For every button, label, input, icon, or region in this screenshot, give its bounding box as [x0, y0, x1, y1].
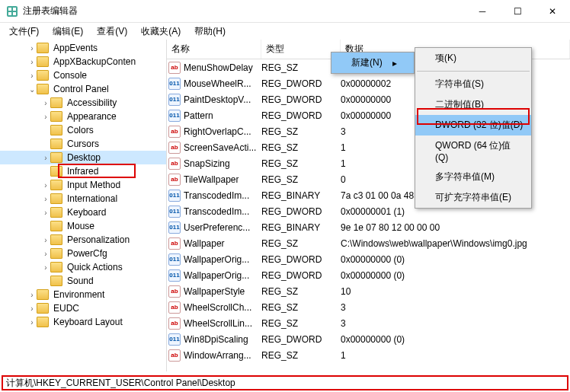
- value-type: REG_SZ: [261, 302, 341, 313]
- expand-icon[interactable]: ›: [41, 154, 50, 162]
- value-row[interactable]: 011UserPreferenc...REG_BINARY9e 1e 07 80…: [167, 219, 570, 235]
- expand-icon[interactable]: ›: [41, 195, 50, 203]
- value-row[interactable]: abWindowArrang...REG_SZ1: [167, 347, 570, 363]
- expand-icon[interactable]: ⌄: [27, 85, 37, 94]
- value-type: REG_SZ: [261, 318, 341, 329]
- menu-item[interactable]: 可扩充字符串值(E): [415, 187, 531, 208]
- tree-node[interactable]: ›Appearance: [0, 110, 166, 123]
- maximize-button[interactable]: ☐: [500, 0, 535, 23]
- folder-icon: [50, 207, 62, 218]
- tree-node[interactable]: ›Quick Actions: [0, 260, 166, 274]
- value-type-icon: 011: [168, 206, 181, 218]
- expand-icon[interactable]: ›: [27, 291, 37, 299]
- folder-icon: [37, 303, 49, 314]
- tree-node[interactable]: ›EUDC: [0, 301, 166, 315]
- menu-item[interactable]: DWORD (32 位)值(D): [415, 115, 531, 135]
- value-type-icon: 011: [168, 269, 181, 282]
- menu-item[interactable]: 项(K): [415, 48, 531, 69]
- value-row[interactable]: 011Win8DpiScalingREG_DWORD0x00000000 (0): [167, 331, 570, 347]
- value-row[interactable]: 011WallpaperOrig...REG_DWORD0x00000000 (…: [167, 267, 570, 283]
- value-row[interactable]: abWheelScrollCh...REG_SZ3: [167, 299, 570, 315]
- value-type: REG_SZ: [261, 126, 341, 137]
- expand-icon[interactable]: ›: [41, 99, 50, 107]
- tree-node[interactable]: ›Desktop: [0, 151, 166, 164]
- tree-node[interactable]: ›International: [0, 192, 166, 206]
- tree-node[interactable]: ›AppEvents: [0, 41, 166, 55]
- value-type: REG_DWORD: [261, 78, 341, 89]
- folder-icon: [37, 289, 49, 300]
- expand-icon[interactable]: ›: [41, 181, 50, 190]
- tree-node[interactable]: ›Input Method: [0, 178, 166, 192]
- value-name: PaintDesktopV...: [184, 94, 251, 105]
- tree-node[interactable]: Infrared: [0, 164, 166, 178]
- tree-node[interactable]: Sound: [0, 274, 166, 288]
- value-type: REG_SZ: [261, 350, 341, 361]
- window-title: 注册表编辑器: [23, 5, 465, 18]
- tree-node[interactable]: ›PowerCfg: [0, 247, 166, 260]
- tree-node[interactable]: Cursors: [0, 137, 166, 151]
- value-row[interactable]: abWallpaperStyleREG_SZ10: [167, 283, 570, 299]
- menu-item-new[interactable]: 新建(N) ▸: [331, 53, 414, 73]
- tree-node[interactable]: ›Keyboard Layout: [0, 315, 166, 329]
- tree-node[interactable]: ›AppXBackupConten: [0, 55, 166, 69]
- status-bar: 计算机\HKEY_CURRENT_USER\Control Panel\Desk…: [2, 375, 568, 390]
- expand-icon[interactable]: ›: [27, 318, 37, 327]
- tree-label: Sound: [66, 276, 95, 286]
- expand-icon[interactable]: ›: [27, 72, 37, 80]
- registry-tree[interactable]: ›AppEvents›AppXBackupConten›Console⌄Cont…: [0, 40, 167, 371]
- menu-item[interactable]: QWORD (64 位)值(Q): [415, 135, 531, 167]
- tree-label: Cursors: [66, 139, 101, 149]
- value-type: REG_DWORD: [261, 206, 341, 217]
- menu-help[interactable]: 帮助(H): [188, 24, 232, 40]
- value-name: TileWallpaper: [184, 174, 239, 185]
- value-row[interactable]: 011WallpaperOrig...REG_DWORD0x00000000 (…: [167, 251, 570, 267]
- menu-edit[interactable]: 编辑(E): [46, 24, 89, 40]
- tree-node[interactable]: Mouse: [0, 219, 166, 233]
- folder-icon: [50, 221, 62, 231]
- menu-item[interactable]: 多字符串值(M): [415, 167, 531, 187]
- expand-icon[interactable]: ›: [41, 250, 50, 258]
- value-row[interactable]: abWheelScrollLin...REG_SZ3: [167, 315, 570, 331]
- folder-icon: [50, 125, 62, 135]
- app-icon: [6, 5, 18, 18]
- expand-icon[interactable]: ›: [41, 113, 50, 121]
- value-type: REG_SZ: [261, 286, 341, 297]
- expand-icon[interactable]: ›: [41, 263, 50, 272]
- tree-node[interactable]: ›Console: [0, 69, 166, 82]
- value-name: TranscodedIm...: [184, 190, 249, 201]
- folder-icon: [37, 56, 49, 67]
- folder-icon: [50, 111, 62, 122]
- menu-file[interactable]: 文件(F): [3, 24, 45, 40]
- tree-node[interactable]: ⌄Control Panel: [0, 82, 166, 96]
- tree-label: Infrared: [66, 166, 100, 177]
- tree-label: EUDC: [52, 303, 81, 314]
- expand-icon[interactable]: ›: [27, 58, 37, 66]
- menu-item[interactable]: 字符串值(S): [415, 74, 531, 94]
- value-row[interactable]: abWallpaperREG_SZC:\Windows\web\wallpape…: [167, 235, 570, 251]
- col-type[interactable]: 类型: [261, 40, 341, 59]
- folder-icon: [37, 84, 49, 94]
- close-button[interactable]: ✕: [535, 0, 570, 23]
- expand-icon[interactable]: ›: [41, 209, 50, 217]
- expand-icon[interactable]: ›: [27, 304, 37, 313]
- value-type: REG_DWORD: [261, 270, 341, 281]
- col-name[interactable]: 名称: [167, 40, 261, 59]
- value-type: REG_DWORD: [261, 94, 341, 105]
- tree-node[interactable]: ›Keyboard: [0, 206, 166, 219]
- tree-node[interactable]: ›Environment: [0, 288, 166, 301]
- menu-separator: [417, 71, 530, 72]
- tree-node[interactable]: ›Personalization: [0, 233, 166, 247]
- expand-icon[interactable]: ›: [41, 236, 50, 244]
- menu-item[interactable]: 二进制值(B): [415, 94, 531, 115]
- value-name: WheelScrollCh...: [184, 302, 251, 313]
- expand-icon[interactable]: ›: [27, 44, 37, 53]
- value-name: WallpaperStyle: [184, 286, 245, 297]
- menu-view[interactable]: 查看(V): [91, 24, 133, 40]
- titlebar: 注册表编辑器 ─ ☐ ✕: [0, 0, 570, 23]
- value-type-icon: 011: [168, 78, 181, 90]
- svg-rect-1: [8, 8, 11, 11]
- tree-node[interactable]: Colors: [0, 123, 166, 137]
- menu-favorites[interactable]: 收藏夹(A): [135, 24, 187, 40]
- minimize-button[interactable]: ─: [465, 0, 500, 23]
- tree-node[interactable]: ›Accessibility: [0, 96, 166, 110]
